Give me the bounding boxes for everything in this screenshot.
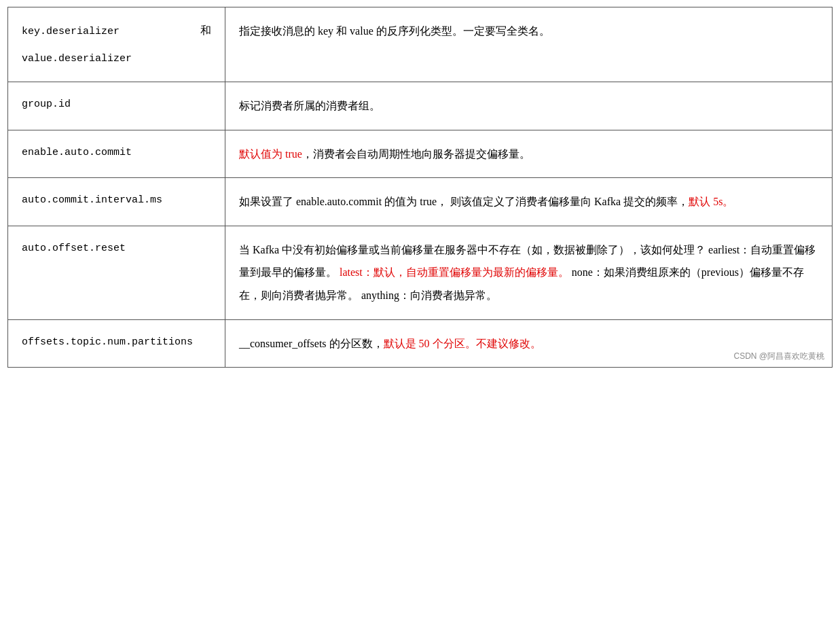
row-deserializer-desc: 指定接收消息的 key 和 value 的反序列化类型。一定要写全类名。 xyxy=(225,7,833,82)
row-auto-offset-reset-key: auto.offset.reset xyxy=(8,226,225,319)
row-deserializer-key-line2: value.deserializer xyxy=(22,49,211,69)
row-deserializer-key: key.deserializer和value.deserializer xyxy=(8,7,225,82)
row-auto-commit-interval-desc: 如果设置了 enable.auto.commit 的值为 true， 则该值定义… xyxy=(225,178,833,226)
row-auto-commit-interval: auto.commit.interval.ms如果设置了 enable.auto… xyxy=(8,178,833,226)
watermark: CSDN @阿昌喜欢吃黄桃 xyxy=(733,351,824,362)
row-deserializer-key-line1: key.deserializer和 xyxy=(22,20,211,42)
row-enable-auto-commit-desc: 默认值为 true，消费者会自动周期性地向服务器提交偏移量。 xyxy=(225,130,833,178)
row-offsets-topic: offsets.topic.num.partitions__consumer_o… xyxy=(8,319,833,368)
row-enable-auto-commit-key: enable.auto.commit xyxy=(8,130,225,178)
row-deserializer: key.deserializer和value.deserializer指定接收消… xyxy=(8,7,833,82)
row-auto-offset-reset: auto.offset.reset当 Kafka 中没有初始偏移量或当前偏移量在… xyxy=(8,226,833,319)
row-auto-commit-interval-key: auto.commit.interval.ms xyxy=(8,178,225,226)
main-table-wrapper: key.deserializer和value.deserializer指定接收消… xyxy=(7,7,833,368)
row-group-id: group.id标记消费者所属的消费者组。 xyxy=(8,82,833,130)
row-enable-auto-commit: enable.auto.commit默认值为 true，消费者会自动周期性地向服… xyxy=(8,130,833,178)
row-group-id-desc: 标记消费者所属的消费者组。 xyxy=(225,82,833,130)
row-offsets-topic-key: offsets.topic.num.partitions xyxy=(8,319,225,368)
row-group-id-key: group.id xyxy=(8,82,225,130)
config-table: key.deserializer和value.deserializer指定接收消… xyxy=(7,7,833,368)
row-auto-offset-reset-desc: 当 Kafka 中没有初始偏移量或当前偏移量在服务器中不存在（如，数据被删除了）… xyxy=(225,226,833,319)
